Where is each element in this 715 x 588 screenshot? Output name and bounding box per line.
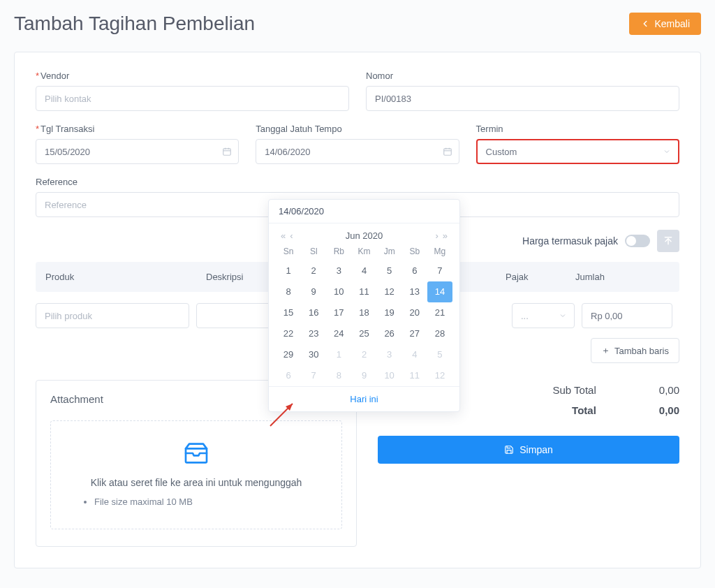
produk-select-placeholder: Pilih produk [45,311,92,321]
chevron-down-icon [663,147,671,156]
datepicker-day[interactable]: 20 [402,302,427,323]
inbox-icon [64,439,329,467]
page-title: Tambah Tagihan Pembelian [14,13,255,35]
scroll-top-button[interactable] [657,230,679,252]
tax-toggle-label: Harga termasuk pajak [522,235,618,247]
save-button-label: Simpan [519,444,552,455]
datepicker-weekday: Jm [377,247,402,256]
datepicker-day[interactable]: 9 [301,281,326,302]
datepicker-day[interactable]: 21 [427,302,452,323]
datepicker-day[interactable]: 7 [427,260,452,281]
datepicker-day[interactable]: 6 [402,260,427,281]
tgl-transaksi-input[interactable] [36,139,239,164]
termin-select-value: Custom [486,147,517,157]
datepicker-day[interactable]: 23 [301,323,326,344]
subtotal-value: 0,00 [659,384,679,396]
next-year-button[interactable]: » [441,230,450,241]
jatuh-tempo-input[interactable] [256,139,459,164]
datepicker-day[interactable]: 5 [427,344,452,365]
produk-select[interactable]: Pilih produk [36,303,189,328]
arrow-left-icon [640,19,650,29]
next-month-button[interactable]: › [433,230,440,241]
jumlah-input[interactable] [582,303,672,328]
datepicker-day[interactable]: 19 [377,302,402,323]
col-produk: Produk [45,272,206,282]
dropzone-text: Klik atau seret file ke area ini untuk m… [64,477,329,488]
datepicker-weekday: Mg [427,247,452,256]
datepicker-month-title[interactable]: Jun 2020 [295,230,434,241]
datepicker-day[interactable]: 25 [351,323,376,344]
vendor-label: *Vendor [36,71,349,81]
back-button-label: Kembali [654,18,690,29]
vendor-select-value: Pilih kontak [45,94,91,104]
tax-toggle[interactable] [625,235,650,247]
col-pajak: Pajak [506,272,575,282]
datepicker-day[interactable]: 30 [301,344,326,365]
pajak-select-placeholder: ... [521,311,529,321]
datepicker-day[interactable]: 3 [377,344,402,365]
datepicker-day[interactable]: 29 [276,344,301,365]
nomor-input[interactable] [366,86,679,111]
prev-year-button[interactable]: « [279,230,288,241]
back-button[interactable]: Kembali [629,13,701,35]
datepicker-day[interactable]: 9 [351,365,376,386]
datepicker-day[interactable]: 8 [276,281,301,302]
datepicker-day[interactable]: 1 [276,260,301,281]
plus-icon: ＋ [601,344,610,357]
pajak-select[interactable]: ... [512,303,575,328]
save-icon [504,445,514,455]
datepicker-weekday: Km [351,247,376,256]
datepicker-day[interactable]: 1 [326,344,351,365]
datepicker-day[interactable]: 12 [427,365,452,386]
datepicker-day[interactable]: 14 [427,281,452,302]
save-button[interactable]: Simpan [378,436,679,464]
vendor-select[interactable]: Pilih kontak [36,86,349,111]
datepicker-day[interactable]: 28 [427,323,452,344]
datepicker-day[interactable]: 12 [377,281,402,302]
reference-label: Reference [36,177,679,187]
datepicker-day[interactable]: 8 [326,365,351,386]
datepicker-day[interactable]: 11 [351,281,376,302]
datepicker-day[interactable]: 6 [276,365,301,386]
total-value: 0,00 [659,404,679,416]
jatuh-tempo-label: Tanggal Jatuh Tempo [256,124,459,134]
datepicker-today-button[interactable]: Hari ini [269,386,459,411]
datepicker-day[interactable]: 16 [301,302,326,323]
datepicker-day[interactable]: 15 [276,302,301,323]
datepicker-day[interactable]: 18 [351,302,376,323]
nomor-label: Nomor [366,71,679,81]
datepicker-weekday: Sb [402,247,427,256]
datepicker-day[interactable]: 24 [326,323,351,344]
col-jumlah: Jumlah [575,272,670,282]
datepicker-day[interactable]: 27 [402,323,427,344]
datepicker-day[interactable]: 10 [326,281,351,302]
datepicker-display-input[interactable] [277,205,451,217]
datepicker-day[interactable]: 4 [402,344,427,365]
form-card: *Vendor Pilih kontak Nomor *Tgl Transaks… [14,52,701,568]
datepicker-weekday-row: SnSlRbKmJmSbMg [269,247,459,260]
datepicker-day[interactable]: 5 [377,260,402,281]
chevron-down-icon [559,311,567,320]
datepicker-day[interactable]: 2 [351,344,376,365]
datepicker-day[interactable]: 10 [377,365,402,386]
tgl-transaksi-label: *Tgl Transaksi [36,124,239,134]
datepicker-weekday: Sl [301,247,326,256]
datepicker-popover: « ‹ Jun 2020 › » SnSlRbKmJmSbMg 12345678… [268,199,460,412]
datepicker-day[interactable]: 7 [301,365,326,386]
termin-select[interactable]: Custom [476,139,679,164]
termin-label: Termin [476,124,679,134]
datepicker-day[interactable]: 17 [326,302,351,323]
datepicker-day[interactable]: 13 [402,281,427,302]
datepicker-day[interactable]: 22 [276,323,301,344]
dropzone-note: File size maximal 10 MB [94,497,329,507]
add-row-label: Tambah baris [614,346,669,356]
add-row-button[interactable]: ＋ Tambah baris [591,338,679,363]
datepicker-day[interactable]: 3 [326,260,351,281]
datepicker-day[interactable]: 26 [377,323,402,344]
datepicker-day[interactable]: 4 [351,260,376,281]
prev-month-button[interactable]: ‹ [288,230,295,241]
datepicker-day[interactable]: 2 [301,260,326,281]
datepicker-day[interactable]: 11 [402,365,427,386]
file-dropzone[interactable]: Klik atau seret file ke area ini untuk m… [50,420,342,529]
datepicker-weekday: Rb [326,247,351,256]
